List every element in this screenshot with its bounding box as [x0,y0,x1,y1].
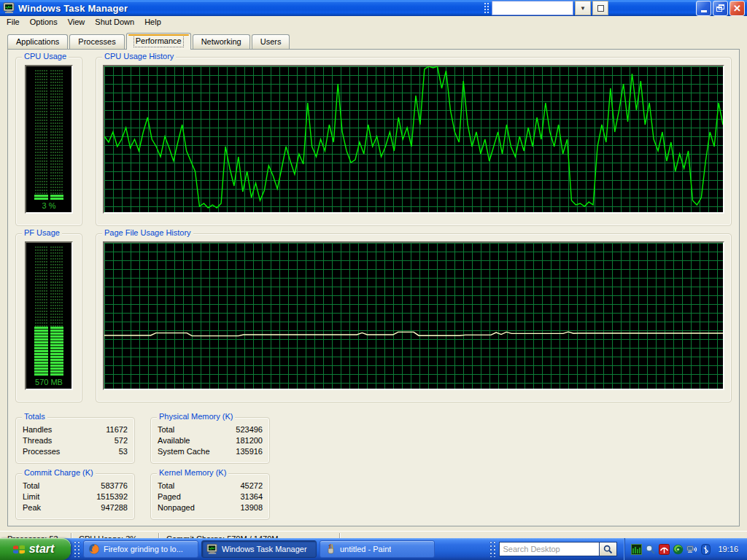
cpu-usage-gauge: 3 % [25,65,73,214]
stat-row: Nonpaged13908 [158,502,263,513]
updater-swirl-tray-icon[interactable] [673,544,684,555]
pf-usage-gauge: 570 MB [25,241,73,390]
cpu-history-line [104,66,723,208]
totals-group: Totals Handles11672 Threads572 Processes… [15,417,135,464]
commit-charge-group-label: Commit Charge (K) [22,468,96,477]
stat-row: Total523496 [158,424,263,435]
commit-charge-group: Commit Charge (K) Total583776 Limit15153… [15,473,135,520]
stat-row: Limit1515392 [23,491,128,502]
taskbar-button-task-manager[interactable]: Windows Task Manager [201,540,317,558]
taskbar: start Firefox grinding to lo... Windows … [0,538,747,560]
stat-row: Handles11672 [23,424,128,435]
pf-history-group: Page File Usage History [96,233,732,402]
menu-shutdown[interactable]: Shut Down [90,16,139,28]
stats-left-column: Totals Handles11672 Threads572 Processes… [15,417,135,520]
system-tray: 19:16 [624,538,747,560]
tab-strip: Applications Processes Performance Netwo… [0,28,747,49]
menu-view[interactable]: View [63,16,90,28]
physical-memory-group-label: Physical Memory (K) [157,412,235,421]
stat-row: Peak947288 [23,502,128,513]
cpu-history-group: CPU Usage History [96,57,732,226]
task-manager-window: Windows Task Manager ▼ ✕ File Options Vi… [0,0,747,538]
cpu-gauge-divider [48,70,50,200]
pf-history-group-label: Page File Usage History [102,228,193,237]
stat-row: Processes53 [23,446,128,457]
tab-applications[interactable]: Applications [7,34,68,49]
search-grip-handle[interactable] [489,541,496,557]
paint-icon [325,543,336,555]
deskbar-grip-handle[interactable] [484,2,489,14]
deskbar-toolbar: ▼ [484,0,608,16]
stat-row: Total583776 [23,481,128,491]
cpu-meter-tray-icon[interactable] [631,544,642,555]
taskbar-grip-handle[interactable] [74,541,80,557]
taskbar-clock: 19:16 [718,545,738,553]
pagefile-row: PF Usage 570 MB Page File Usage History [15,233,732,402]
avira-antivirus-tray-icon[interactable] [659,544,670,555]
pf-history-graph [103,241,724,390]
cpu-usage-group: CPU Usage 3 % [15,57,82,226]
taskbar-button-firefox[interactable]: Firefox grinding to lo... [83,540,198,558]
bluetooth-tray-icon[interactable] [700,544,711,555]
firefox-icon [88,543,100,555]
stat-row: Available181200 [158,435,263,446]
windows-logo-icon [12,543,26,556]
restore-button[interactable] [713,1,728,16]
tab-users[interactable]: Users [252,34,290,49]
titlebar: Windows Task Manager ▼ ✕ [0,0,747,16]
minimize-icon [701,10,707,12]
close-button[interactable]: ✕ [729,1,745,16]
window-title: Windows Task Manager [18,3,128,14]
pf-usage-group-label: PF Usage [22,228,62,237]
stats-area: Totals Handles11672 Threads572 Processes… [15,417,732,520]
restore-icon [716,4,724,12]
cpu-history-graph [103,65,724,214]
stat-row: Threads572 [23,435,128,446]
stat-row: Total45272 [158,481,263,491]
cpu-row: CPU Usage 3 % CPU Usage History [15,57,732,226]
network-activity-tray-icon[interactable] [686,544,697,555]
menu-options[interactable]: Options [25,16,63,28]
physical-memory-group: Physical Memory (K) Total523496 Availabl… [150,417,270,464]
desktop-search-input[interactable] [499,542,600,556]
pf-usage-value: 570 MB [26,377,71,389]
square-icon [597,5,604,12]
menu-help[interactable]: Help [139,16,166,28]
task-manager-icon [206,543,218,555]
cpu-usage-group-label: CPU Usage [22,52,69,61]
tab-processes[interactable]: Processes [69,34,124,49]
pf-history-line [104,332,723,335]
pf-usage-group: PF Usage 570 MB [15,233,82,402]
kernel-memory-group: Kernel Memory (K) Total45272 Paged31364 … [150,473,270,520]
menu-file[interactable]: File [1,16,25,28]
window-controls: ✕ [696,1,745,16]
tab-performance[interactable]: Performance [126,33,191,50]
desktop-search-widget [487,541,617,557]
search-tray-icon[interactable] [645,544,656,555]
cpu-history-plot [104,66,723,212]
magnifier-icon [603,545,613,554]
deskbar-window-button[interactable] [592,1,608,15]
tab-networking[interactable]: Networking [193,34,250,49]
pf-gauge-divider [48,246,50,376]
start-button[interactable]: start [0,538,71,560]
cpu-history-group-label: CPU Usage History [102,52,176,61]
totals-group-label: Totals [22,412,47,421]
deskbar-dropdown-button[interactable]: ▼ [575,1,591,15]
minimize-button[interactable] [696,1,711,16]
performance-tab-panel: CPU Usage 3 % CPU Usage History [7,49,740,526]
kernel-memory-group-label: Kernel Memory (K) [157,468,228,477]
deskbar-input[interactable] [492,1,573,15]
search-go-button[interactable] [600,542,617,556]
cpu-gauge-leds [34,70,63,200]
pf-history-plot [104,243,723,389]
cpu-usage-value: 3 % [26,201,71,212]
stats-right-column: Physical Memory (K) Total523496 Availabl… [150,417,270,520]
pf-gauge-leds [34,246,63,376]
menubar: File Options View Shut Down Help [0,16,747,28]
stat-row: Paged31364 [158,491,263,502]
taskbar-button-paint[interactable]: untitled - Paint [320,540,435,558]
task-manager-icon [3,2,15,14]
stat-row: System Cache135916 [158,446,263,457]
